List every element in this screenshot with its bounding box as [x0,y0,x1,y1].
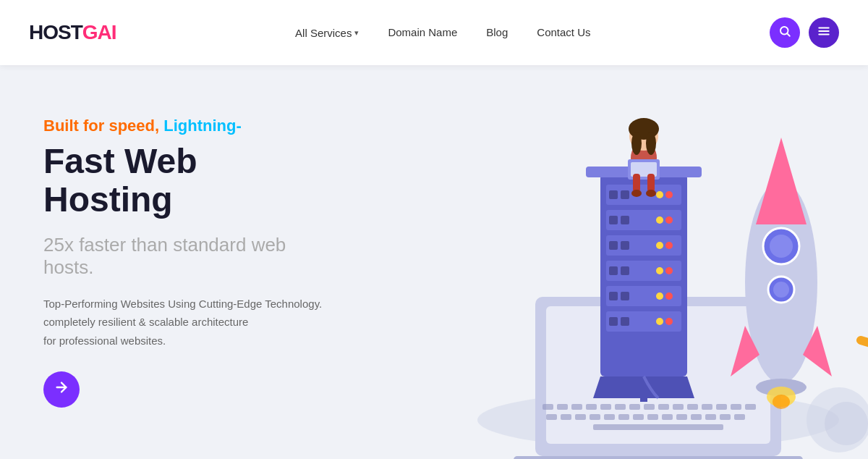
svg-rect-39 [593,424,723,430]
svg-rect-20 [687,404,698,410]
svg-rect-32 [647,414,658,420]
svg-point-70 [656,318,663,325]
svg-point-54 [665,242,673,249]
svg-rect-17 [644,404,655,410]
svg-point-69 [665,318,673,325]
svg-rect-28 [590,414,600,420]
nav-item-domain-name[interactable]: Domain Name [388,26,457,39]
svg-rect-21 [702,404,712,410]
svg-point-107 [825,402,868,445]
svg-rect-58 [621,266,629,275]
svg-point-45 [656,191,663,198]
svg-rect-30 [618,414,629,420]
hero-description: Top-Performing Websites Using Cutting-Ed… [43,295,333,350]
chevron-down-icon: ▾ [354,28,359,38]
svg-rect-26 [561,414,571,420]
svg-rect-15 [615,404,626,410]
arrow-right-icon [54,379,69,400]
all-services-label: All Services [295,27,352,39]
hero-desc-line3: for professional websites. [43,334,166,347]
svg-line-99 [861,340,868,351]
svg-rect-14 [600,404,611,410]
nav-links: All Services ▾ Domain Name Blog Contact … [295,26,590,39]
svg-point-49 [665,216,673,224]
contact-us-link[interactable]: Contact Us [537,26,590,38]
svg-point-77 [631,132,642,155]
svg-rect-13 [586,404,597,410]
svg-rect-67 [609,317,618,326]
svg-point-83 [631,190,642,197]
hero-section: Built for speed, Lightning- Fast Web Hos… [0,65,868,459]
svg-line-1 [787,33,789,35]
hero-text: Built for speed, Lightning- Fast Web Hos… [0,88,376,437]
svg-point-90 [773,282,789,298]
all-services-link[interactable]: All Services ▾ [295,27,359,39]
svg-rect-42 [609,190,618,199]
nav-item-blog[interactable]: Blog [486,26,508,39]
subtitle-blue: Lightning- [163,117,242,135]
svg-rect-11 [557,404,568,410]
svg-rect-43 [621,190,629,199]
svg-rect-10 [542,404,553,410]
svg-rect-24 [745,404,756,410]
logo-host: HOST [29,21,82,44]
svg-rect-62 [609,292,618,300]
search-icon [778,25,791,41]
logo[interactable]: HOSTGAI [29,21,116,44]
svg-point-44 [665,191,673,198]
menu-button[interactable] [809,17,839,48]
svg-rect-53 [621,241,629,250]
svg-rect-36 [705,414,716,420]
svg-rect-81 [633,174,640,192]
svg-point-55 [656,242,663,249]
svg-point-84 [646,190,656,197]
hero-desc-line2: completely resilient & scalable architec… [43,316,248,328]
blog-link[interactable]: Blog [486,26,508,38]
svg-point-88 [770,235,793,258]
nav-item-all-services[interactable]: All Services ▾ [295,27,359,39]
svg-rect-19 [673,404,684,410]
hamburger-icon [817,25,830,41]
navbar: HOSTGAI All Services ▾ Domain Name Blog … [0,0,868,65]
svg-rect-34 [676,414,687,420]
nav-item-contact-us[interactable]: Contact Us [537,26,590,39]
svg-rect-27 [575,414,586,420]
hero-illustration [376,65,868,459]
svg-point-60 [656,267,663,274]
svg-rect-23 [731,404,741,410]
svg-rect-29 [604,414,615,420]
svg-rect-22 [716,404,727,410]
svg-rect-33 [662,414,673,420]
svg-rect-18 [658,404,669,410]
hero-subtitle: Built for speed, Lightning- [43,117,333,135]
hero-title: Fast Web Hosting [43,143,333,219]
svg-point-78 [646,132,656,155]
svg-point-64 [665,292,673,300]
svg-point-59 [665,267,673,274]
illustration-svg [391,65,868,459]
svg-rect-16 [629,404,640,410]
svg-rect-48 [621,216,629,224]
subtitle-orange: Built for speed, [43,117,159,135]
svg-rect-37 [720,414,731,420]
hero-desc-line1: Top-Performing Websites Using Cutting-Ed… [43,298,322,310]
hero-speed: 25x faster than standard web hosts. [43,234,333,279]
svg-rect-82 [647,174,655,192]
svg-rect-57 [609,266,618,275]
svg-rect-68 [621,317,629,326]
svg-rect-63 [621,292,629,300]
search-button[interactable] [770,17,800,48]
svg-rect-25 [546,414,557,420]
nav-actions [770,17,839,48]
hero-cta-button[interactable] [43,371,80,408]
svg-rect-52 [609,241,618,250]
svg-point-65 [656,292,663,300]
svg-rect-35 [691,414,702,420]
domain-name-link[interactable]: Domain Name [388,26,457,38]
svg-rect-31 [633,414,644,420]
svg-marker-86 [756,138,807,224]
svg-rect-47 [609,216,618,224]
svg-rect-38 [734,414,745,420]
svg-rect-9 [514,456,803,459]
svg-point-50 [656,216,663,224]
